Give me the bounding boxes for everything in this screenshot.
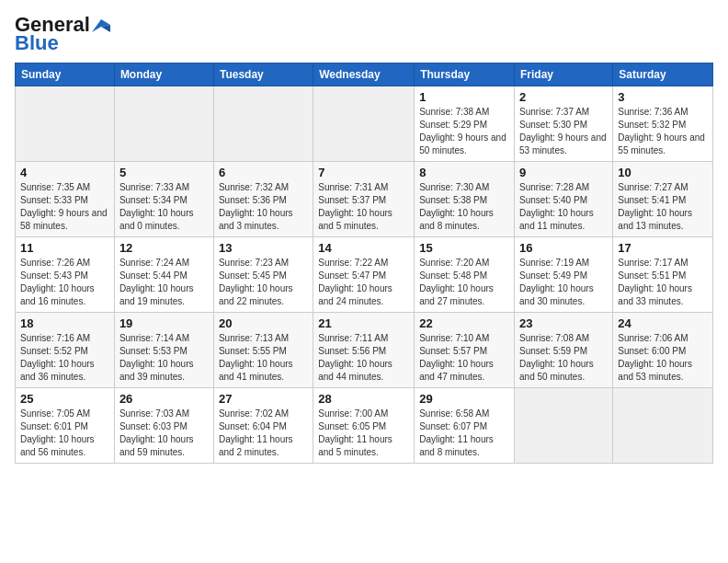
day-cell: 24Sunrise: 7:06 AMSunset: 6:00 PMDayligh… bbox=[613, 313, 713, 388]
day-info: Sunrise: 7:36 AMSunset: 5:32 PMDaylight:… bbox=[618, 106, 708, 157]
day-number: 1 bbox=[419, 90, 509, 104]
day-info: Sunrise: 7:31 AMSunset: 5:37 PMDaylight:… bbox=[318, 181, 409, 233]
calendar-body: 1Sunrise: 7:38 AMSunset: 5:29 PMDaylight… bbox=[16, 86, 713, 464]
day-cell: 9Sunrise: 7:28 AMSunset: 5:40 PMDaylight… bbox=[515, 162, 613, 237]
day-cell bbox=[213, 86, 313, 162]
day-cell: 20Sunrise: 7:13 AMSunset: 5:55 PMDayligh… bbox=[213, 313, 313, 388]
day-info: Sunrise: 7:00 AMSunset: 6:05 PMDaylight:… bbox=[318, 408, 409, 459]
day-cell: 17Sunrise: 7:17 AMSunset: 5:51 PMDayligh… bbox=[613, 237, 713, 313]
day-info: Sunrise: 7:23 AMSunset: 5:45 PMDaylight:… bbox=[219, 257, 308, 308]
day-info: Sunrise: 7:06 AMSunset: 6:00 PMDaylight:… bbox=[618, 332, 708, 384]
day-cell: 14Sunrise: 7:22 AMSunset: 5:47 PMDayligh… bbox=[313, 237, 415, 313]
page-header: General Blue bbox=[15, 15, 713, 55]
day-number: 17 bbox=[618, 241, 708, 255]
day-info: Sunrise: 7:14 AMSunset: 5:53 PMDaylight:… bbox=[119, 332, 209, 384]
day-cell: 25Sunrise: 7:05 AMSunset: 6:01 PMDayligh… bbox=[16, 388, 115, 464]
day-cell: 4Sunrise: 7:35 AMSunset: 5:33 PMDaylight… bbox=[16, 162, 115, 237]
day-number: 8 bbox=[419, 166, 509, 179]
header-thursday: Thursday bbox=[415, 63, 515, 86]
day-cell: 12Sunrise: 7:24 AMSunset: 5:44 PMDayligh… bbox=[114, 237, 213, 313]
header-saturday: Saturday bbox=[613, 63, 713, 86]
day-cell: 27Sunrise: 7:02 AMSunset: 6:04 PMDayligh… bbox=[213, 388, 313, 464]
header-sunday: Sunday bbox=[16, 63, 115, 86]
day-info: Sunrise: 7:13 AMSunset: 5:55 PMDaylight:… bbox=[219, 332, 308, 384]
day-cell: 3Sunrise: 7:36 AMSunset: 5:32 PMDaylight… bbox=[613, 86, 713, 162]
day-info: Sunrise: 7:02 AMSunset: 6:04 PMDaylight:… bbox=[219, 408, 308, 459]
week-row-3: 18Sunrise: 7:16 AMSunset: 5:52 PMDayligh… bbox=[16, 313, 713, 388]
day-number: 27 bbox=[219, 392, 308, 406]
day-cell: 13Sunrise: 7:23 AMSunset: 5:45 PMDayligh… bbox=[213, 237, 313, 313]
week-row-0: 1Sunrise: 7:38 AMSunset: 5:29 PMDaylight… bbox=[16, 86, 713, 162]
day-number: 4 bbox=[20, 166, 109, 179]
week-row-1: 4Sunrise: 7:35 AMSunset: 5:33 PMDaylight… bbox=[16, 162, 713, 237]
day-cell bbox=[313, 86, 415, 162]
logo-bird-icon bbox=[92, 19, 110, 32]
day-cell bbox=[613, 388, 713, 464]
week-row-4: 25Sunrise: 7:05 AMSunset: 6:01 PMDayligh… bbox=[16, 388, 713, 464]
day-number: 16 bbox=[519, 241, 608, 255]
day-cell: 22Sunrise: 7:10 AMSunset: 5:57 PMDayligh… bbox=[415, 313, 515, 388]
day-cell: 15Sunrise: 7:20 AMSunset: 5:48 PMDayligh… bbox=[415, 237, 515, 313]
day-info: Sunrise: 7:17 AMSunset: 5:51 PMDaylight:… bbox=[618, 257, 708, 308]
day-info: Sunrise: 7:11 AMSunset: 5:56 PMDaylight:… bbox=[318, 332, 409, 384]
day-number: 25 bbox=[20, 392, 109, 406]
day-cell bbox=[16, 86, 115, 162]
day-number: 26 bbox=[119, 392, 209, 406]
header-tuesday: Tuesday bbox=[213, 63, 313, 86]
day-cell: 29Sunrise: 6:58 AMSunset: 6:07 PMDayligh… bbox=[415, 388, 515, 464]
day-info: Sunrise: 7:10 AMSunset: 5:57 PMDaylight:… bbox=[419, 332, 509, 384]
day-number: 6 bbox=[219, 166, 308, 179]
day-cell: 11Sunrise: 7:26 AMSunset: 5:43 PMDayligh… bbox=[16, 237, 115, 313]
day-cell: 16Sunrise: 7:19 AMSunset: 5:49 PMDayligh… bbox=[515, 237, 613, 313]
day-number: 11 bbox=[20, 241, 109, 255]
day-number: 10 bbox=[618, 166, 708, 179]
day-cell: 21Sunrise: 7:11 AMSunset: 5:56 PMDayligh… bbox=[313, 313, 415, 388]
day-info: Sunrise: 7:24 AMSunset: 5:44 PMDaylight:… bbox=[119, 257, 209, 308]
day-cell: 28Sunrise: 7:00 AMSunset: 6:05 PMDayligh… bbox=[313, 388, 415, 464]
day-info: Sunrise: 7:03 AMSunset: 6:03 PMDaylight:… bbox=[119, 408, 209, 459]
day-info: Sunrise: 7:08 AMSunset: 5:59 PMDaylight:… bbox=[519, 332, 608, 384]
day-cell: 23Sunrise: 7:08 AMSunset: 5:59 PMDayligh… bbox=[515, 313, 613, 388]
logo: General Blue bbox=[15, 15, 110, 55]
day-cell: 7Sunrise: 7:31 AMSunset: 5:37 PMDaylight… bbox=[313, 162, 415, 237]
logo-blue: Blue bbox=[15, 31, 59, 55]
day-number: 24 bbox=[618, 316, 708, 330]
day-info: Sunrise: 7:26 AMSunset: 5:43 PMDaylight:… bbox=[20, 257, 109, 308]
day-number: 3 bbox=[618, 90, 708, 104]
day-cell bbox=[515, 388, 613, 464]
day-number: 7 bbox=[318, 166, 409, 179]
day-number: 29 bbox=[419, 392, 509, 406]
day-cell: 6Sunrise: 7:32 AMSunset: 5:36 PMDaylight… bbox=[213, 162, 313, 237]
day-cell: 10Sunrise: 7:27 AMSunset: 5:41 PMDayligh… bbox=[613, 162, 713, 237]
day-number: 19 bbox=[119, 316, 209, 330]
day-cell: 2Sunrise: 7:37 AMSunset: 5:30 PMDaylight… bbox=[515, 86, 613, 162]
day-number: 22 bbox=[419, 316, 509, 330]
day-number: 21 bbox=[318, 316, 409, 330]
day-cell: 5Sunrise: 7:33 AMSunset: 5:34 PMDaylight… bbox=[114, 162, 213, 237]
header-wednesday: Wednesday bbox=[313, 63, 415, 86]
day-info: Sunrise: 7:05 AMSunset: 6:01 PMDaylight:… bbox=[20, 408, 109, 459]
day-number: 14 bbox=[318, 241, 409, 255]
day-info: Sunrise: 7:37 AMSunset: 5:30 PMDaylight:… bbox=[519, 106, 608, 157]
day-cell: 1Sunrise: 7:38 AMSunset: 5:29 PMDaylight… bbox=[415, 86, 515, 162]
header-friday: Friday bbox=[515, 63, 613, 86]
day-info: Sunrise: 7:16 AMSunset: 5:52 PMDaylight:… bbox=[20, 332, 109, 384]
day-info: Sunrise: 7:19 AMSunset: 5:49 PMDaylight:… bbox=[519, 257, 608, 308]
day-cell: 19Sunrise: 7:14 AMSunset: 5:53 PMDayligh… bbox=[114, 313, 213, 388]
day-number: 20 bbox=[219, 316, 308, 330]
day-info: Sunrise: 7:28 AMSunset: 5:40 PMDaylight:… bbox=[519, 181, 608, 233]
calendar-table: SundayMondayTuesdayWednesdayThursdayFrid… bbox=[15, 63, 713, 464]
week-row-2: 11Sunrise: 7:26 AMSunset: 5:43 PMDayligh… bbox=[16, 237, 713, 313]
day-number: 5 bbox=[119, 166, 209, 179]
day-number: 12 bbox=[119, 241, 209, 255]
day-info: Sunrise: 7:27 AMSunset: 5:41 PMDaylight:… bbox=[618, 181, 708, 233]
day-info: Sunrise: 7:22 AMSunset: 5:47 PMDaylight:… bbox=[318, 257, 409, 308]
calendar-header-row: SundayMondayTuesdayWednesdayThursdayFrid… bbox=[16, 63, 713, 86]
day-number: 28 bbox=[318, 392, 409, 406]
day-number: 15 bbox=[419, 241, 509, 255]
day-cell bbox=[114, 86, 213, 162]
day-number: 23 bbox=[519, 316, 608, 330]
day-info: Sunrise: 6:58 AMSunset: 6:07 PMDaylight:… bbox=[419, 408, 509, 459]
day-number: 2 bbox=[519, 90, 608, 104]
day-info: Sunrise: 7:30 AMSunset: 5:38 PMDaylight:… bbox=[419, 181, 509, 233]
